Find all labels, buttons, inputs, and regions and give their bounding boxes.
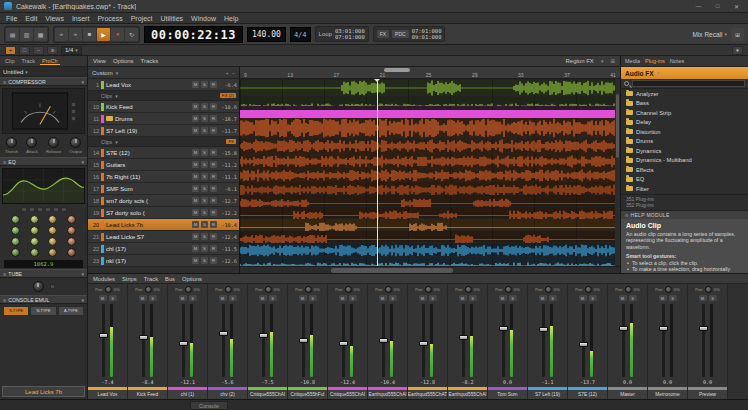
track-row[interactable]: 14 S7E (12) M S R -15.8 xyxy=(88,147,239,159)
mute-button[interactable]: M xyxy=(259,295,267,301)
strip-name[interactable]: Lead Vox xyxy=(88,390,127,399)
eq-band-knob[interactable] xyxy=(67,248,76,257)
volume-fader[interactable] xyxy=(622,304,625,377)
plugin-category-item[interactable]: Dynamics xyxy=(621,146,748,156)
mute-button[interactable]: M xyxy=(179,295,187,301)
console-menu[interactable]: Strips xyxy=(122,276,137,282)
volume-fader[interactable] xyxy=(462,304,465,377)
record-arm-button[interactable]: R xyxy=(210,257,217,264)
fx-chip[interactable]: FX (2) xyxy=(220,93,236,98)
mute-button[interactable]: M xyxy=(219,295,227,301)
record-arm-button[interactable]: R xyxy=(210,209,217,216)
console-dock-tab[interactable]: Console xyxy=(190,401,228,410)
pan-knob[interactable] xyxy=(265,286,272,293)
eq-band-knob[interactable] xyxy=(48,237,57,246)
pan-knob[interactable] xyxy=(505,286,512,293)
menu-item[interactable]: Insert xyxy=(72,15,90,22)
solo-button[interactable]: S xyxy=(709,295,717,301)
pan-knob[interactable] xyxy=(185,286,192,293)
region-fx-menu[interactable]: Region FX xyxy=(566,58,594,64)
eq-band-knob[interactable] xyxy=(11,237,20,246)
strip-name[interactable]: S7E (12) xyxy=(568,390,607,399)
mute-button[interactable]: M xyxy=(699,295,707,301)
mixer-strip[interactable]: Pan 0% M S xyxy=(288,284,328,399)
mixer-strip[interactable]: Pan 0% M S xyxy=(448,284,488,399)
browser-section-bar[interactable]: Audio FX ▾ xyxy=(621,67,748,79)
solo-button[interactable]: S xyxy=(201,233,208,240)
fader-handle[interactable] xyxy=(419,341,428,346)
playhead[interactable] xyxy=(377,79,378,266)
timeline-ruler[interactable]: 91317212529333741 xyxy=(240,67,620,79)
pan-knob[interactable] xyxy=(705,286,712,293)
mix-recall-control[interactable]: Mix Recall ▾ xyxy=(693,31,728,38)
track-name[interactable]: Lead Licks 7b xyxy=(106,222,190,228)
audio-clip[interactable] xyxy=(240,154,620,167)
plugin-category-item[interactable]: Delay xyxy=(621,118,748,128)
track-row[interactable]: 22 chl (17) M S R -11.5 xyxy=(88,243,239,255)
audio-clip[interactable] xyxy=(240,257,620,266)
mute-button[interactable]: M xyxy=(192,161,199,168)
inspector-name-row[interactable]: Untitled ▾ xyxy=(0,67,87,77)
record-button[interactable]: ● xyxy=(111,28,124,41)
mute-button[interactable]: M xyxy=(192,127,199,134)
eq-band-enable-button[interactable] xyxy=(37,207,43,212)
strip-name[interactable]: Critique555hFul xyxy=(288,390,327,399)
solo-button[interactable]: S xyxy=(201,103,208,110)
track-name[interactable]: nkl (17) xyxy=(106,258,190,264)
search-input[interactable] xyxy=(632,80,745,87)
mute-button[interactable]: M xyxy=(619,295,627,301)
mute-button[interactable]: M xyxy=(339,295,347,301)
eq-band-enable-button[interactable] xyxy=(53,207,59,212)
plugin-category-item[interactable]: Drums xyxy=(621,137,748,147)
track-row[interactable]: 11 Drums M S R -18.7 xyxy=(88,113,239,125)
track-control-preset[interactable]: Custom xyxy=(92,70,113,76)
menu-item[interactable]: Views xyxy=(45,15,64,22)
strip-name[interactable]: Kick Feed xyxy=(128,390,167,399)
mute-button[interactable]: M xyxy=(499,295,507,301)
mute-button[interactable]: M xyxy=(192,245,199,252)
solo-button[interactable]: S xyxy=(201,115,208,122)
mute-button[interactable]: M xyxy=(192,257,199,264)
compressor-mini-button[interactable] xyxy=(71,102,76,107)
track-name[interactable]: S7E (12) xyxy=(106,150,190,156)
menu-item[interactable]: Help xyxy=(224,15,238,22)
fader-handle[interactable] xyxy=(699,326,708,331)
console-emulator-header[interactable]: ≡ CONSOLE EMUL ▾ xyxy=(0,295,87,304)
eq-band-enable-button[interactable] xyxy=(61,207,67,212)
pan-knob[interactable] xyxy=(625,286,632,293)
eq-band-knob[interactable] xyxy=(67,237,76,246)
record-arm-button[interactable]: R xyxy=(210,127,217,134)
solo-button[interactable]: S xyxy=(469,295,477,301)
strip-name[interactable]: chv (2) xyxy=(208,390,247,399)
mute-button[interactable]: M xyxy=(192,185,199,192)
audio-clip[interactable] xyxy=(240,106,620,117)
solo-button[interactable]: S xyxy=(349,295,357,301)
volume-fader[interactable] xyxy=(662,304,665,377)
add-track-icon[interactable]: + xyxy=(226,70,229,76)
close-button[interactable]: ✕ xyxy=(729,3,744,10)
console-type-button[interactable]: S-TYPE xyxy=(3,306,29,316)
fader-handle[interactable] xyxy=(659,326,668,331)
mute-button[interactable]: M xyxy=(192,173,199,180)
track-name[interactable]: Lead Licke S7 xyxy=(106,234,190,240)
mute-button[interactable]: M xyxy=(192,197,199,204)
mixer-strip[interactable]: Pan 0% M S xyxy=(128,284,168,399)
inspector-tab[interactable]: ProCh xyxy=(40,58,60,65)
mixer-strip[interactable]: Pan 0% M S xyxy=(608,284,648,399)
record-arm-button[interactable]: R xyxy=(210,149,217,156)
solo-button[interactable]: S xyxy=(201,173,208,180)
clip-lanes[interactable] xyxy=(240,79,620,266)
track-row[interactable]: 15 Guitars M S R -11.2 xyxy=(88,159,239,171)
inspector-tab[interactable]: Clip xyxy=(3,58,16,64)
now-time-display[interactable]: 00:00:22:13 xyxy=(144,26,243,43)
mixer-strip[interactable]: Pan 0% M S xyxy=(168,284,208,399)
eq-band-knob[interactable] xyxy=(30,215,39,224)
audio-clip[interactable] xyxy=(240,231,620,242)
menu-item[interactable]: Edit xyxy=(25,15,37,22)
volume-fader[interactable] xyxy=(262,304,265,377)
solo-button[interactable]: S xyxy=(201,127,208,134)
fader-handle[interactable] xyxy=(99,333,108,338)
menu-item[interactable]: Utilities xyxy=(161,15,184,22)
plugin-category-item[interactable]: EQ xyxy=(621,175,748,185)
compressor-mini-button[interactable] xyxy=(71,116,76,121)
